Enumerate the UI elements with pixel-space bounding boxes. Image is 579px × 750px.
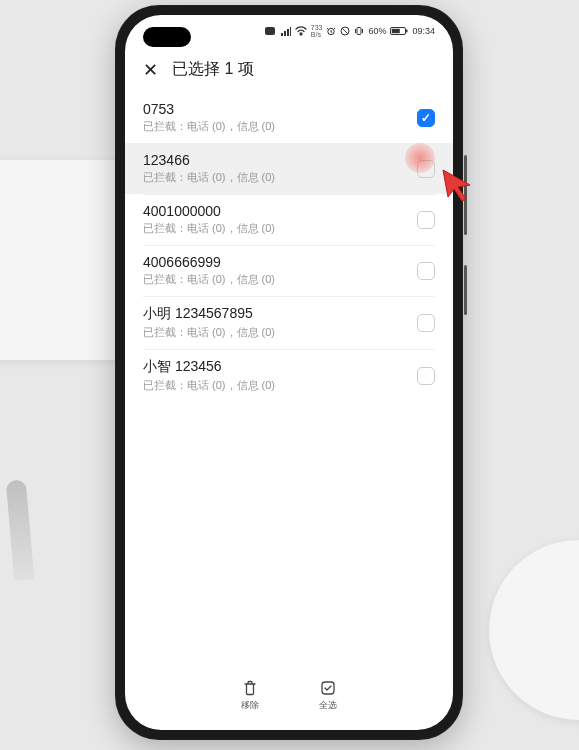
select-all-icon (319, 679, 337, 697)
do-not-disturb-icon (340, 26, 350, 36)
phone-frame: 733 B/s 60% 09:34 ✕ 已选择 1 项 (115, 5, 463, 740)
list-item[interactable]: 4006666999 已拦截：电话 (0)，信息 (0) (125, 245, 453, 296)
item-subtitle: 已拦截：电话 (0)，信息 (0) (143, 221, 417, 236)
item-subtitle: 已拦截：电话 (0)，信息 (0) (143, 119, 417, 134)
select-all-label: 全选 (319, 699, 337, 712)
nfc-icon (265, 26, 277, 36)
item-title: 0753 (143, 101, 417, 117)
item-title: 4001000000 (143, 203, 417, 219)
checkbox-icon[interactable] (417, 262, 435, 280)
list-item[interactable]: 小智 123456 已拦截：电话 (0)，信息 (0) (125, 349, 453, 402)
item-subtitle: 已拦截：电话 (0)，信息 (0) (143, 325, 417, 340)
selection-header: ✕ 已选择 1 项 (125, 47, 453, 92)
blocklist: 0753 已拦截：电话 (0)，信息 (0) 123466 已拦截：电话 (0)… (125, 92, 453, 669)
wifi-icon (295, 26, 307, 36)
svg-rect-0 (265, 27, 275, 35)
list-item[interactable]: 0753 已拦截：电话 (0)，信息 (0) (125, 92, 453, 143)
list-item[interactable]: 小明 1234567895 已拦截：电话 (0)，信息 (0) (125, 296, 453, 349)
svg-rect-6 (406, 30, 408, 33)
item-subtitle: 已拦截：电话 (0)，信息 (0) (143, 378, 417, 393)
phone-screen: 733 B/s 60% 09:34 ✕ 已选择 1 项 (125, 15, 453, 730)
item-subtitle: 已拦截：电话 (0)，信息 (0) (143, 170, 417, 185)
svg-rect-3 (357, 28, 361, 35)
battery-percent: 60% (368, 26, 386, 36)
background-decor (489, 540, 579, 720)
trash-icon (241, 679, 259, 697)
page-title: 已选择 1 项 (172, 59, 254, 80)
svg-rect-5 (392, 29, 400, 33)
checkbox-icon[interactable] (417, 160, 435, 178)
item-title: 小明 1234567895 (143, 305, 417, 323)
list-item[interactable]: 4001000000 已拦截：电话 (0)，信息 (0) (125, 194, 453, 245)
phone-volume-button (464, 155, 467, 235)
background-pen-decor (6, 479, 35, 580)
phone-power-button (464, 265, 467, 315)
network-speed: 733 B/s (311, 24, 323, 38)
checkbox-icon[interactable] (417, 367, 435, 385)
remove-button[interactable]: 移除 (241, 679, 259, 712)
item-subtitle: 已拦截：电话 (0)，信息 (0) (143, 272, 417, 287)
item-title: 小智 123456 (143, 358, 417, 376)
item-title: 4006666999 (143, 254, 417, 270)
svg-rect-7 (322, 682, 334, 694)
checkbox-icon[interactable] (417, 211, 435, 229)
clock-time: 09:34 (412, 26, 435, 36)
alarm-icon (326, 26, 336, 36)
battery-icon (390, 26, 408, 36)
close-icon[interactable]: ✕ (143, 61, 158, 79)
list-item[interactable]: 123466 已拦截：电话 (0)，信息 (0) (125, 143, 453, 194)
checkbox-icon[interactable] (417, 109, 435, 127)
bottom-toolbar: 移除 全选 (125, 669, 453, 730)
select-all-button[interactable]: 全选 (319, 679, 337, 712)
checkbox-icon[interactable] (417, 314, 435, 332)
vibrate-icon (354, 26, 364, 36)
remove-label: 移除 (241, 699, 259, 712)
camera-punch-hole (143, 27, 191, 47)
signal-icon (281, 26, 291, 36)
item-title: 123466 (143, 152, 417, 168)
